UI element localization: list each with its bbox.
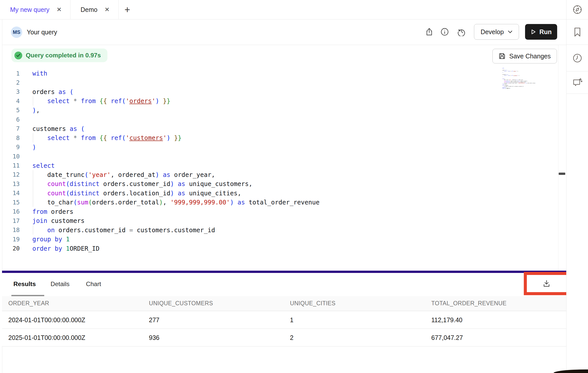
code-line-5[interactable]: 5), — [0, 106, 40, 115]
screenshot-corner-artifact — [554, 369, 588, 373]
code-token: ) — [32, 107, 36, 114]
code-token: ) — [159, 199, 163, 206]
new-tab-button[interactable]: + — [119, 0, 136, 19]
code-token: to_char — [32, 199, 73, 206]
code-token: 'year' — [509, 80, 511, 80]
develop-dropdown[interactable]: Develop — [474, 24, 519, 40]
column-header-total_order_revenue: TOTAL_ORDER_REVENUE — [431, 300, 507, 307]
line-number: 12 — [0, 171, 20, 178]
code-line-13[interactable]: 13 count(distinct orders.customer_id) as… — [0, 179, 252, 189]
code-line-16[interactable]: 16from orders — [0, 207, 73, 216]
code-token: group by — [32, 236, 62, 243]
editor-tab-demo[interactable]: Demo ✕ — [71, 0, 119, 19]
code-token: } — [519, 75, 519, 76]
code-token: { — [103, 97, 107, 105]
line-number: 8 — [0, 134, 20, 142]
tab-label: My new query — [10, 6, 50, 13]
code-token: { — [100, 97, 103, 105]
tab-details[interactable]: Details — [51, 281, 70, 288]
code-line-12[interactable]: 12 date_trunc('year', ordered_at) as ord… — [0, 170, 215, 179]
code-line-6[interactable]: 6 — [0, 115, 32, 124]
code-line-19[interactable]: 19group by 1 — [0, 235, 70, 244]
code-token: as — [58, 88, 66, 96]
code-line-10[interactable]: 10 — [0, 152, 32, 161]
code-token: , — [36, 107, 40, 114]
code-token: unique_customers, — [185, 180, 253, 188]
code-token: ( — [507, 70, 507, 71]
code-token — [502, 75, 504, 76]
code-line-17[interactable]: 17join customers — [0, 216, 85, 225]
code-token: date_trunc — [32, 171, 85, 178]
code-token: count — [504, 81, 506, 81]
line-number: 7 — [0, 125, 20, 132]
code-token: total_order_revenue — [245, 199, 320, 206]
line-number: 16 — [0, 208, 20, 215]
code-line-14[interactable]: 14 count(distinct orders.location_id) as… — [0, 189, 241, 198]
info-button[interactable] — [440, 27, 449, 36]
tab-results[interactable]: Results — [13, 281, 36, 288]
code-token: ( — [70, 88, 74, 96]
code-token: on — [47, 226, 55, 234]
code-token: orders — [504, 84, 507, 85]
code-token — [32, 226, 47, 234]
code-token: sum — [77, 199, 88, 206]
status-message: Query completed in 0.97s — [26, 52, 101, 59]
query-ide-window: My new query ✕ Demo ✕ + MS Your query — [0, 0, 588, 373]
code-line-8[interactable]: 8 select * from {{ ref('customers') }} — [0, 133, 182, 143]
code-token — [66, 88, 70, 96]
code-token: , ordered_at — [111, 171, 155, 178]
code-line-20[interactable]: 20order by 1ORDER_ID — [0, 244, 100, 253]
code-token: ( — [85, 171, 88, 178]
right-toolbar-rail — [566, 0, 588, 373]
download-results-button[interactable] — [539, 276, 554, 291]
tab-close-icon[interactable]: ✕ — [57, 6, 62, 13]
code-line-4[interactable]: 4 select * from {{ ref('orders') }} — [0, 96, 170, 106]
code-line-7[interactable]: 7customers as ( — [0, 124, 85, 133]
editor-tab-my-new-query[interactable]: My new query ✕ — [0, 0, 71, 19]
code-token: } — [174, 134, 178, 142]
ai-assistant-button[interactable] — [567, 72, 588, 94]
editor-tab-strip: My new query ✕ Demo ✕ + — [0, 0, 566, 19]
history-button[interactable] — [457, 27, 466, 36]
bookmarks-button[interactable] — [567, 19, 588, 45]
history-panel-button[interactable] — [567, 45, 588, 72]
code-line-18[interactable]: 18 on orders.customer_id = customers.cus… — [0, 225, 215, 235]
table-cell: 936 — [149, 334, 160, 341]
code-line-15[interactable]: 15 to_char(sum(orders.order_total), '999… — [0, 198, 320, 207]
code-token — [62, 245, 66, 252]
editor-minimap[interactable]: withorders as ( select * from {{ ref('or… — [502, 68, 566, 270]
run-button[interactable]: Run — [525, 24, 557, 40]
tab-close-icon[interactable]: ✕ — [104, 6, 109, 13]
save-changes-button[interactable]: Save Changes — [492, 49, 557, 63]
code-line-9[interactable]: 9) — [0, 143, 36, 152]
code-token: orders — [513, 71, 516, 72]
code-token: from — [81, 134, 96, 142]
share-button[interactable] — [425, 27, 434, 36]
panel-resize-divider[interactable] — [2, 271, 566, 273]
code-token: ) — [32, 144, 36, 151]
code-token — [96, 97, 100, 105]
tab-chart[interactable]: Chart — [86, 281, 101, 288]
code-line-11[interactable]: 11select — [0, 161, 55, 170]
table-cell: 677,047.27 — [431, 334, 463, 341]
code-token: ) — [155, 97, 159, 105]
code-token: join — [502, 85, 504, 86]
code-token: 1 — [66, 245, 70, 252]
code-token: orders.customer_id — [505, 86, 513, 87]
code-token: customers — [47, 217, 85, 224]
code-token: customers — [513, 75, 517, 76]
code-token: ) — [170, 190, 174, 197]
code-token: from — [508, 71, 510, 72]
code-line-2[interactable]: 2 — [0, 78, 32, 87]
line-number: 9 — [0, 144, 20, 151]
line-number: 10 — [0, 153, 20, 160]
code-token: ref — [111, 97, 122, 105]
table-cell: 277 — [149, 316, 160, 324]
code-token: '999,999,999.00' — [518, 83, 525, 84]
code-token: ) — [167, 134, 170, 142]
code-token: ( — [66, 180, 70, 188]
explore-button[interactable] — [567, 0, 588, 19]
code-line-3[interactable]: 3orders as ( — [0, 87, 73, 97]
code-line-1[interactable]: 1with — [0, 69, 47, 78]
editor-scrollbar-marker[interactable] — [559, 173, 565, 175]
